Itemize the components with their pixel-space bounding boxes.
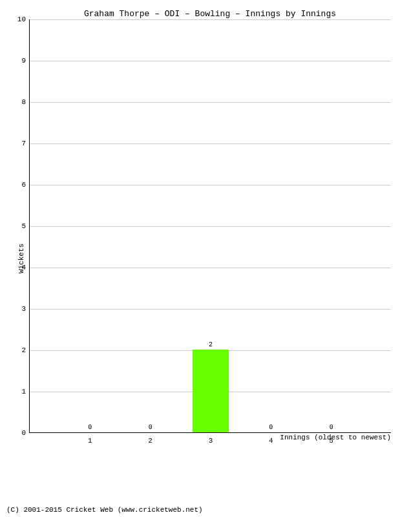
y-tick-label: 10 <box>12 16 26 23</box>
gridline <box>30 309 391 310</box>
gridline <box>30 19 391 20</box>
bar-value-label-4: 0 <box>253 424 289 431</box>
gridline <box>30 102 391 103</box>
y-tick-label: 4 <box>12 264 26 271</box>
bar-innings-3 <box>193 350 229 432</box>
y-tick-label: 1 <box>12 388 26 396</box>
y-tick-label: 5 <box>12 222 26 230</box>
y-tick-label: 0 <box>12 429 26 437</box>
bar-value-label-5: 0 <box>313 424 350 431</box>
y-tick-label: 6 <box>12 181 26 189</box>
chart-title: Graham Thorpe – ODI – Bowling – Innings … <box>6 9 414 19</box>
gridline <box>30 61 391 61</box>
y-tick-label: 7 <box>12 140 26 147</box>
x-axis-label: Innings (oldest to newest) <box>280 434 391 441</box>
y-tick-label: 3 <box>12 305 26 313</box>
y-tick-label: 8 <box>12 98 26 106</box>
y-tick-label: 9 <box>12 57 26 65</box>
bar-value-label-1: 0 <box>72 424 108 431</box>
bar-value-label-2: 0 <box>132 424 169 431</box>
plot-area: 0123456789100102230405 <box>29 19 391 433</box>
y-tick-label: 2 <box>12 346 26 354</box>
gridline <box>30 143 391 144</box>
chart-container: Graham Thorpe – ODI – Bowling – Innings … <box>0 0 420 517</box>
copyright: (C) 2001-2015 Cricket Web (www.cricketwe… <box>6 506 203 514</box>
gridline <box>30 226 391 227</box>
bar-value-label-3: 2 <box>193 341 229 348</box>
gridline <box>30 185 391 185</box>
gridline <box>30 268 391 268</box>
